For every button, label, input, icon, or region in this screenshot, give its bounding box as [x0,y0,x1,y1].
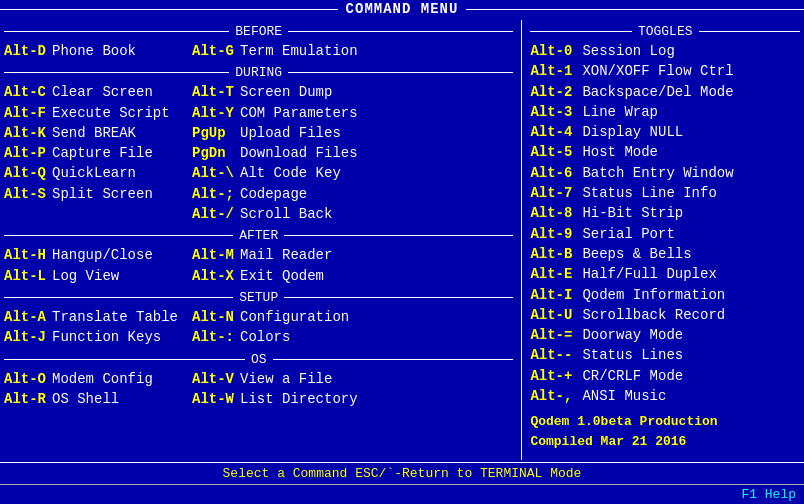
toggle-e: Alt-E Half/Full Duplex [530,264,800,284]
during-row-2: Alt-F Execute Script Alt-Y COM Parameter… [4,103,513,123]
toggle-comma: Alt-, ANSI Music [530,386,800,406]
label-function-keys: Function Keys [52,327,192,347]
key-alt-x: Alt-X [192,266,240,286]
during-row-4: Alt-P Capture File PgDn Download Files [4,143,513,163]
key-alt-m: Alt-M [192,245,240,265]
after-row-1: Alt-H Hangup/Close Alt-M Mail Reader [4,245,513,265]
key-alt-j: Alt-J [4,327,52,347]
select-command-label: Select a Command [223,466,348,481]
toggle-1: Alt-1 XON/XOFF Flow Ctrl [530,61,800,81]
key-alt-3: Alt-3 [530,102,582,122]
key-alt-a: Alt-A [4,307,52,327]
title-bar: COMMAND MENU [0,0,804,18]
label-exit-qodem: Exit Qodem [240,266,380,286]
label-status-lines: Status Lines [582,345,683,365]
key-alt-minus: Alt-- [530,345,582,365]
label-half-full-duplex: Half/Full Duplex [582,264,716,284]
label-split-screen: Split Screen [52,184,192,204]
label-translate-table: Translate Table [52,307,192,327]
os-row-2: Alt-R OS Shell Alt-W List Directory [4,389,513,409]
key-alt-b: Alt-B [530,244,582,264]
toggle-9: Alt-9 Serial Port [530,224,800,244]
section-during: DURING [4,65,513,80]
label-scrollback-record: Scrollback Record [582,305,725,325]
key-alt-r: Alt-R [4,389,52,409]
label-clear-screen: Clear Screen [52,82,192,102]
label-upload-files: Upload Files [240,123,380,143]
key-alt-q: Alt-Q [4,163,52,183]
key-alt-colon: Alt-: [192,327,240,347]
toggle-2: Alt-2 Backspace/Del Mode [530,82,800,102]
toggle-plus: Alt-+ CR/CRLF Mode [530,366,800,386]
during-row-1: Alt-C Clear Screen Alt-T Screen Dump [4,82,513,102]
label-com-parameters: COM Parameters [240,103,380,123]
key-alt-7: Alt-7 [530,183,582,203]
section-setup: SETUP [4,290,513,305]
key-alt-v: Alt-V [192,369,240,389]
escape-hint: ESC/`-Return to TERMINAL Mode [355,466,581,481]
toggle-0: Alt-0 Session Log [530,41,800,61]
label-list-directory: List Directory [240,389,380,409]
label-qodem-info: Qodem Information [582,285,725,305]
key-alt-5: Alt-5 [530,142,582,162]
setup-row-1: Alt-A Translate Table Alt-N Configuratio… [4,307,513,327]
key-alt-semicolon: Alt-; [192,184,240,204]
key-alt-backslash: Alt-\ [192,163,240,183]
screen: COMMAND MENU BEFORE Alt-D Phone Book Alt… [0,0,804,504]
label-mail-reader: Mail Reader [240,245,380,265]
key-alt-eq: Alt-= [530,325,582,345]
label-modem-config: Modem Config [52,369,192,389]
label-serial-port: Serial Port [582,224,674,244]
bottom-bar: Select a Command ESC/`-Return to TERMINA… [0,462,804,484]
key-alt-h: Alt-H [4,245,52,265]
toggle-minus: Alt-- Status Lines [530,345,800,365]
toggle-5: Alt-5 Host Mode [530,142,800,162]
label-doorway-mode: Doorway Mode [582,325,683,345]
label-beeps-bells: Beeps & Bells [582,244,691,264]
key-alt-slash: Alt-/ [192,204,240,224]
label-hi-bit-strip: Hi-Bit Strip [582,203,683,223]
toggle-3: Alt-3 Line Wrap [530,102,800,122]
key-alt-k: Alt-K [4,123,52,143]
key-alt-d: Alt-D [4,41,52,61]
label-line-wrap: Line Wrap [582,102,658,122]
key-alt-s: Alt-S [4,184,52,204]
key-alt-w: Alt-W [192,389,240,409]
main-content: BEFORE Alt-D Phone Book Alt-G Term Emula… [0,18,804,462]
key-alt-0: Alt-0 [530,41,582,61]
os-row-1: Alt-O Modem Config Alt-V View a File [4,369,513,389]
key-alt-u: Alt-U [530,305,582,325]
key-alt-i: Alt-I [530,285,582,305]
label-ansi-music: ANSI Music [582,386,666,406]
key-alt-comma: Alt-, [530,386,582,406]
section-toggles: TOGGLES [530,24,800,39]
label-os-shell: OS Shell [52,389,192,409]
section-after: AFTER [4,228,513,243]
toggle-b: Alt-B Beeps & Bells [530,244,800,264]
key-alt-l: Alt-L [4,266,52,286]
label-download-files: Download Files [240,143,380,163]
label-quicklearn: QuickLearn [52,163,192,183]
toggle-i: Alt-I Qodem Information [530,285,800,305]
key-alt-t: Alt-T [192,82,240,102]
qodem-info-line2: Compiled Mar 21 2016 [530,432,800,452]
label-xon-xoff: XON/XOFF Flow Ctrl [582,61,733,81]
label-term-emulation: Term Emulation [240,41,380,61]
f1-bar: F1 Help [0,484,804,504]
label-alt-code-key: Alt Code Key [240,163,380,183]
label-backspace-del: Backspace/Del Mode [582,82,733,102]
toggle-4: Alt-4 Display NULL [530,122,800,142]
label-display-null: Display NULL [582,122,683,142]
label-log-view: Log View [52,266,192,286]
toggle-eq: Alt-= Doorway Mode [530,325,800,345]
label-host-mode: Host Mode [582,142,658,162]
key-alt-g: Alt-G [192,41,240,61]
key-alt-1: Alt-1 [530,61,582,81]
key-alt-e: Alt-E [530,264,582,284]
key-pgup: PgUp [192,123,240,143]
after-row-2: Alt-L Log View Alt-X Exit Qodem [4,266,513,286]
during-row-5: Alt-Q QuickLearn Alt-\ Alt Code Key [4,163,513,183]
toggle-u: Alt-U Scrollback Record [530,305,800,325]
before-row-1: Alt-D Phone Book Alt-G Term Emulation [4,41,513,61]
right-panel: TOGGLES Alt-0 Session Log Alt-1 XON/XOFF… [521,20,800,460]
